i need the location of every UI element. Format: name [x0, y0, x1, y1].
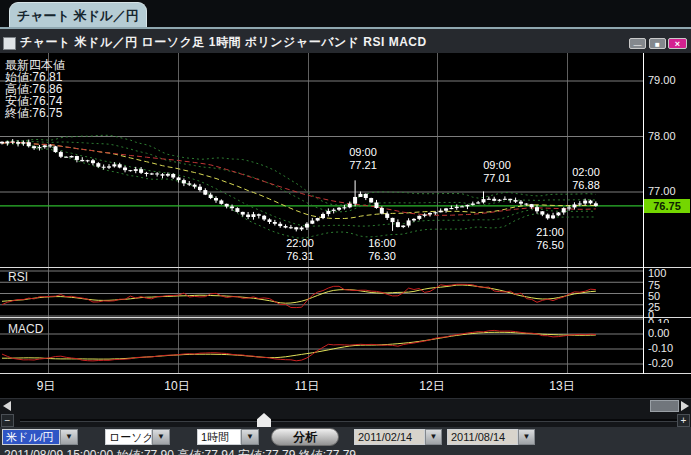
price-annotation: 09:0077.01: [483, 159, 511, 185]
price-annotation: 09:0077.21: [349, 146, 377, 172]
latest-ohlc-box: 最新四本値 始値:76.81 高値:76.86 安値:76.74 終値:76.7…: [5, 59, 65, 119]
price-annotation: 21:0076.50: [536, 226, 564, 252]
tab-chart-usdjpy[interactable]: チャート 米ドル／円: [9, 2, 147, 28]
window-icon: [3, 37, 16, 50]
chart-type-select[interactable]: ローソク足: [105, 429, 152, 445]
timeframe-arrow-icon[interactable]: ▼: [241, 429, 259, 445]
date-axis: 9日10日11日12日13日: [0, 374, 691, 398]
macd-panel-label: MACD: [8, 322, 43, 336]
current-price-badge: 76.75: [644, 199, 690, 213]
status-line-container: 2011/08/09 15:00:00 始値:77.90 高値:77.94 安値…: [0, 447, 691, 455]
date-from-arrow-icon[interactable]: ▼: [425, 429, 442, 445]
rsi-panel-label: RSI: [8, 270, 28, 284]
ohlc-close: 終値:76.75: [5, 107, 65, 119]
price-annotation: 16:0076.30: [368, 237, 396, 263]
date-from-select[interactable]: 2011/02/14: [354, 429, 425, 445]
zoom-slider-track[interactable]: [20, 419, 684, 422]
price-annotation: 22:0076.31: [286, 237, 314, 263]
macd-tick-label: 0.00: [648, 327, 669, 339]
date-to-select[interactable]: 2011/08/14: [447, 429, 518, 445]
price-tick-label: 77.00: [648, 185, 676, 197]
zoom-in-button[interactable]: +: [677, 414, 690, 427]
price-chart: [0, 53, 691, 374]
price-tick-label: 78.00: [648, 130, 676, 142]
timeframe-select[interactable]: 1時間: [197, 429, 241, 445]
date-axis-label: 9日: [16, 378, 76, 395]
scroll-left-arrow-icon[interactable]: [3, 401, 11, 411]
macd-tick-label: -0.10: [648, 342, 673, 354]
scrollbar-thumb[interactable]: [650, 400, 679, 412]
price-tick-label: 79.00: [648, 74, 676, 86]
zoom-out-button[interactable]: −: [1, 414, 14, 427]
chart-type-arrow-icon[interactable]: ▼: [152, 429, 170, 445]
date-axis-label: 10日: [147, 378, 207, 395]
pair-select-arrow-icon[interactable]: ▼: [60, 429, 78, 445]
rsi-tick-label: 100: [648, 267, 666, 279]
window-title: チャート 米ドル／円 ローソク足 1時間 ボリンジャーバンド RSI MACD: [20, 34, 427, 51]
date-axis-label: 12日: [402, 378, 462, 395]
analysis-button[interactable]: 分析: [271, 428, 339, 446]
maximize-button[interactable]: ■: [649, 38, 666, 49]
control-bar: 米ドル/円 ▼ ローソク足 ▼ 1時間 ▼ 分析 2011/02/14 ▼ 20…: [0, 427, 691, 448]
status-line: 2011/08/09 15:00:00 始値:77.90 高値:77.94 安値…: [4, 447, 356, 455]
pair-select[interactable]: 米ドル/円: [2, 429, 60, 445]
macd-tick-label: -0.20: [648, 357, 673, 369]
macd-tick-label: 0.10: [648, 317, 669, 323]
date-axis-label: 13日: [532, 378, 592, 395]
date-axis-label: 11日: [277, 378, 337, 395]
minimize-button[interactable]: —: [629, 38, 646, 49]
close-button[interactable]: ×: [668, 38, 687, 49]
date-to-arrow-icon[interactable]: ▼: [518, 429, 535, 445]
chart-scrollbar[interactable]: [0, 398, 691, 413]
scroll-right-arrow-icon[interactable]: [681, 401, 689, 411]
price-annotation: 02:0076.88: [572, 166, 600, 192]
